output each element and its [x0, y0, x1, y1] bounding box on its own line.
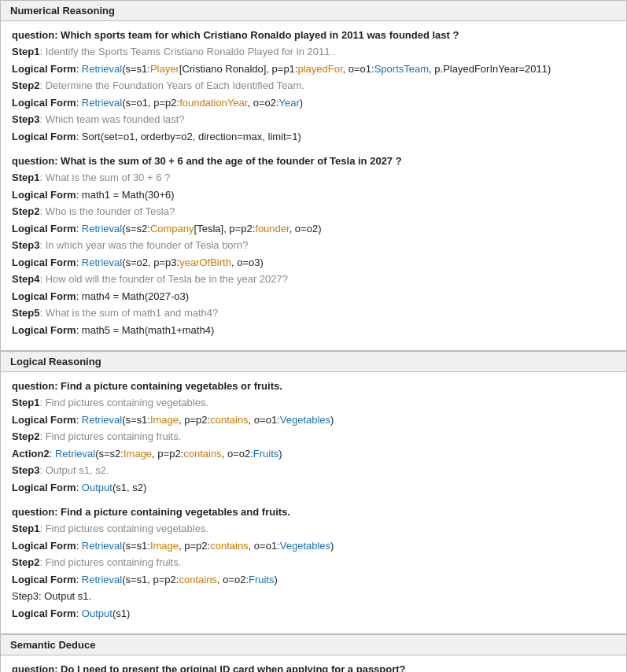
question-text-q4: question: Find a picture containing vege… [12, 506, 615, 518]
step-desc: : What is the sum of 30 + 6 ? [39, 172, 170, 183]
step-label: Step1 [12, 172, 39, 183]
step-label: Step2 [12, 556, 39, 568]
step-line: Step3: In which year was the founder of … [12, 238, 615, 253]
step-desc: : How old will the founder of Tesla be i… [39, 273, 288, 285]
question-block-q4: question: Find a picture containing vege… [12, 506, 615, 621]
lf-line: Logical Form: Retrieval(s=s2:Company[Tes… [12, 221, 615, 237]
section-content-numerical-reasoning: question: Which sports team for which Cr… [1, 21, 626, 350]
lf-label: Logical Form [12, 574, 76, 585]
step-line: Step3: Output s1, s2. [12, 463, 615, 478]
step-desc: : Who is the founder of Tesla? [39, 205, 175, 217]
section-semantic-deduce: Semantic Deducequestion: Do I need to pr… [0, 634, 627, 672]
lf-line: Logical Form: Output(s1) [12, 606, 615, 622]
step-desc: : Which team was founded last? [39, 113, 184, 125]
lf-label: Logical Form [12, 97, 76, 109]
lf-label: Logical Form [12, 257, 76, 268]
lf-line: Logical Form: math1 = Math(30+6) [12, 187, 615, 203]
section-numerical-reasoning: Numerical Reasoningquestion: Which sport… [0, 0, 627, 351]
lf-label: Logical Form [12, 324, 76, 336]
question-block-q3: question: Find a picture containing vege… [12, 380, 615, 495]
lf-label: Logical Form [12, 63, 76, 75]
lf-line: Logical Form: Retrieval(s=s1:Image, p=p2… [12, 412, 615, 428]
question-block-q5: question: Do I need to present the origi… [12, 663, 615, 672]
question-text-q2: question: What is the sum of 30 + 6 and … [12, 155, 615, 167]
lf-line: Logical Form: Sort(set=o1, orderby=o2, d… [12, 129, 615, 145]
step-label: Step2 [12, 205, 39, 217]
action-label: Action2 [12, 448, 50, 460]
step-line: Step3: Output s1. [12, 589, 615, 604]
step-desc: : Output s1, s2. [39, 464, 109, 476]
step-desc: : Determine the Foundation Years of Each… [39, 79, 304, 91]
step-line: Step2: Find pictures containing fruits. [12, 555, 615, 570]
lf-line: Logical Form: Retrieval(s=s1:Player[Cris… [12, 61, 615, 77]
step-label: Step3 [12, 464, 39, 476]
question-text-q3: question: Find a picture containing vege… [12, 380, 615, 392]
step-desc: : Find pictures containing fruits. [39, 556, 181, 568]
section-header-logical-reasoning: Logical Reasoning [1, 352, 626, 372]
lf-label: Logical Form [12, 189, 76, 201]
lf-line: Logical Form: Retrieval(s=s1, p=p2:conta… [12, 572, 615, 588]
step-line: Step2: Find pictures containing fruits. [12, 429, 615, 445]
step-desc: : Find pictures containing fruits. [39, 430, 181, 442]
step-label: Step2 [12, 430, 39, 442]
action-line: Action2: Retrieval(s=s2:Image, p=p2:cont… [12, 446, 615, 462]
lf-line: Logical Form: Retrieval(s=o2, p=p3:yearO… [12, 255, 615, 271]
lf-label: Logical Form [12, 290, 76, 302]
step-label: Step1 [12, 46, 39, 57]
lf-label: Logical Form [12, 540, 76, 552]
lf-label: Logical Form [12, 607, 76, 619]
section-content-logical-reasoning: question: Find a picture containing vege… [1, 372, 626, 633]
step-line: Step3: Which team was founded last? [12, 112, 615, 127]
step-label: Step3 [12, 113, 39, 125]
lf-line: Logical Form: Output(s1, s2) [12, 480, 615, 496]
lf-label: Logical Form [12, 414, 76, 426]
section-logical-reasoning: Logical Reasoningquestion: Find a pictur… [0, 351, 627, 634]
step-label: Step1 [12, 522, 39, 534]
lf-label: Logical Form [12, 223, 76, 234]
section-content-semantic-deduce: question: Do I need to present the origi… [1, 655, 626, 672]
step-plain: Step3: Output s1. [12, 590, 91, 602]
lf-label: Logical Form [12, 482, 76, 493]
lf-line: Logical Form: math5 = Math(math1+math4) [12, 323, 615, 338]
step-label: Step2 [12, 79, 39, 91]
step-label: Step4 [12, 273, 39, 285]
lf-line: Logical Form: Retrieval(s=s1:Image, p=p2… [12, 538, 615, 554]
step-line: Step1: Find pictures containing vegetabl… [12, 521, 615, 537]
section-header-semantic-deduce: Semantic Deduce [1, 635, 626, 655]
question-block-q1: question: Which sports team for which Cr… [12, 29, 615, 144]
step-line: Step1: Identify the Sports Teams Cristia… [12, 44, 615, 60]
question-text-q5: question: Do I need to present the origi… [12, 663, 615, 672]
step-line: Step5: What is the sum of math1 and math… [12, 305, 615, 321]
step-line: Step1: Find pictures containing vegetabl… [12, 395, 615, 411]
step-desc: : What is the sum of math1 and math4? [39, 307, 218, 319]
step-line: Step1: What is the sum of 30 + 6 ? [12, 170, 615, 186]
step-label: Step3 [12, 239, 39, 251]
lf-line: Logical Form: math4 = Math(2027-o3) [12, 289, 615, 305]
lf-line: Logical Form: Retrieval(s=o1, p=p2:found… [12, 95, 615, 111]
step-line: Step2: Who is the founder of Tesla? [12, 204, 615, 220]
lf-label: Logical Form [12, 131, 76, 142]
step-desc: : Find pictures containing vegetables. [39, 522, 208, 534]
step-desc: : Find pictures containing vegetables. [39, 397, 208, 408]
step-desc: : Identify the Sports Teams Cristiano Ro… [39, 46, 335, 57]
step-desc: : In which year was the founder of Tesla… [39, 239, 248, 251]
question-text-q1: question: Which sports team for which Cr… [12, 29, 615, 41]
section-header-numerical-reasoning: Numerical Reasoning [1, 1, 626, 21]
step-line: Step2: Determine the Foundation Years of… [12, 78, 615, 94]
question-block-q2: question: What is the sum of 30 + 6 and … [12, 155, 615, 338]
step-label: Step5 [12, 307, 39, 319]
step-line: Step4: How old will the founder of Tesla… [12, 271, 615, 287]
app-container: Numerical Reasoningquestion: Which sport… [0, 0, 627, 672]
step-label: Step1 [12, 397, 39, 408]
